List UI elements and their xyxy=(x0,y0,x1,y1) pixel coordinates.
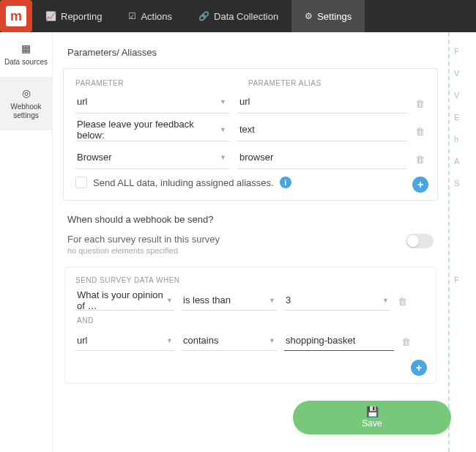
select-value: is less than xyxy=(183,294,231,305)
target-icon: ◎ xyxy=(22,87,31,100)
brand-letter: m xyxy=(6,6,26,26)
peek-letter: V xyxy=(454,91,472,100)
sidebar-item-label: Data sources xyxy=(4,58,48,67)
peek-letter: S xyxy=(454,179,472,188)
nav-data-collection[interactable]: 🔗 Data Collection xyxy=(185,0,291,32)
nav-label: Actions xyxy=(141,11,172,22)
select-value: url xyxy=(77,335,87,346)
param-select[interactable]: url ▼ xyxy=(75,93,229,114)
nav-actions[interactable]: ☑ Actions xyxy=(115,0,185,32)
when-line1: For each survey result in this survey xyxy=(67,234,220,245)
when-note: no question elements specified xyxy=(67,246,220,255)
peek-letter: h xyxy=(454,135,472,144)
chevron-down-icon: ▼ xyxy=(166,297,173,304)
floppy-icon: 💾 xyxy=(366,407,379,417)
chevron-down-icon: ▼ xyxy=(220,126,226,133)
trash-icon[interactable]: 🗑 xyxy=(398,296,408,307)
peek-letter: E xyxy=(454,113,472,122)
alias-input[interactable] xyxy=(238,93,406,114)
toggle-knob xyxy=(407,235,419,247)
chevron-down-icon: ▼ xyxy=(220,98,226,105)
send-all-checkbox[interactable] xyxy=(75,177,87,188)
param-row: url ▼ 🗑 xyxy=(75,93,425,114)
condition-op-select[interactable]: contains ▼ xyxy=(182,332,277,351)
param-select[interactable]: Please leave your feedback below: ▼ xyxy=(75,121,229,141)
trash-icon[interactable]: 🗑 xyxy=(415,98,425,109)
nav-settings[interactable]: ⚙ Settings xyxy=(291,0,365,32)
sidebar-item-webhook-settings[interactable]: ◎ Webhook settings xyxy=(0,77,52,130)
info-icon[interactable]: i xyxy=(280,177,291,188)
sidebar-item-data-sources[interactable]: ▦ Data sources xyxy=(0,32,52,77)
brand-logo[interactable]: m xyxy=(0,0,32,32)
alias-input[interactable] xyxy=(238,149,406,169)
chevron-down-icon: ▼ xyxy=(269,337,275,344)
condition-field-select[interactable]: url ▼ xyxy=(75,332,174,351)
checklist-icon: ☑ xyxy=(128,11,136,21)
col-header-parameter: PARAMETER xyxy=(75,79,237,87)
condition-value-input[interactable] xyxy=(284,332,394,351)
select-value: What is your opinion of … xyxy=(77,289,164,311)
page-subtitle: Parameters/ Aliasses xyxy=(67,47,438,58)
nav-label: Settings xyxy=(317,11,352,22)
condition-row: url ▼ contains ▼ 🗑 xyxy=(75,332,425,351)
nav-label: Data Collection xyxy=(214,11,278,22)
parameters-card: PARAMETER PARAMETER ALIAS url ▼ 🗑 Please… xyxy=(63,68,438,201)
chevron-down-icon: ▼ xyxy=(382,297,389,304)
trash-icon[interactable]: 🗑 xyxy=(415,126,425,137)
each-result-toggle[interactable] xyxy=(406,234,434,248)
trash-icon[interactable]: 🗑 xyxy=(401,336,412,347)
chevron-down-icon: ▼ xyxy=(220,154,226,161)
select-value: 3 xyxy=(286,294,291,305)
param-row: Please leave your feedback below: ▼ 🗑 xyxy=(75,121,425,141)
save-button[interactable]: 💾 Save xyxy=(293,401,451,434)
trash-icon[interactable]: 🗑 xyxy=(415,154,425,165)
condition-value-select[interactable]: 3 ▼ xyxy=(284,292,390,311)
col-header-alias: PARAMETER ALIAS xyxy=(248,79,425,87)
nav-label: Reporting xyxy=(61,11,102,22)
save-label: Save xyxy=(362,418,382,429)
send-all-label: Send ALL data, inluding assigned aliasse… xyxy=(93,177,274,188)
condition-field-select[interactable]: What is your opinion of … ▼ xyxy=(75,292,174,311)
nav-reporting[interactable]: 📈 Reporting xyxy=(32,0,115,32)
peek-letter: V xyxy=(454,69,472,78)
param-row: Browser ▼ 🗑 xyxy=(75,149,425,169)
param-select[interactable]: Browser ▼ xyxy=(75,149,229,169)
and-label: AND xyxy=(77,316,425,325)
add-parameter-button[interactable]: + xyxy=(412,177,428,193)
param-select-value: Please leave your feedback below: xyxy=(77,119,219,141)
right-peek-panel: F V V E h A S F xyxy=(448,32,476,452)
select-value: contains xyxy=(183,335,218,346)
peek-letter: F xyxy=(454,47,472,56)
gear-icon: ⚙ xyxy=(305,11,313,21)
chart-icon: 📈 xyxy=(45,11,56,21)
grid-icon: ▦ xyxy=(21,42,31,55)
condition-row: What is your opinion of … ▼ is less than… xyxy=(75,292,425,311)
conditions-header: SEND SURVEY DATA WHEN xyxy=(75,276,425,284)
conditions-card: SEND SURVEY DATA WHEN What is your opini… xyxy=(64,267,436,384)
chevron-down-icon: ▼ xyxy=(166,337,173,344)
link-icon: 🔗 xyxy=(198,11,209,21)
chevron-down-icon: ▼ xyxy=(269,297,275,304)
sidebar-item-label: Webhook settings xyxy=(3,103,49,120)
add-condition-button[interactable]: + xyxy=(411,360,427,376)
param-select-value: Browser xyxy=(77,152,112,163)
peek-letter: F xyxy=(454,275,472,284)
param-select-value: url xyxy=(77,96,87,107)
alias-input[interactable] xyxy=(238,121,406,141)
condition-op-select[interactable]: is less than ▼ xyxy=(182,292,277,311)
peek-letter: A xyxy=(454,157,472,166)
when-title: When should a webhook be send? xyxy=(67,214,438,225)
